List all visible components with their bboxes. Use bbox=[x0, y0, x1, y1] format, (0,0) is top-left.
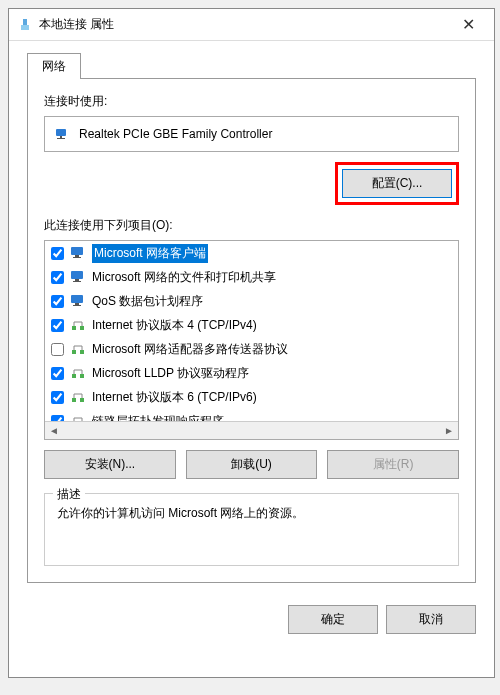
scroll-right-arrow[interactable]: ► bbox=[440, 422, 458, 440]
component-label: Microsoft 网络客户端 bbox=[92, 244, 208, 263]
svg-rect-11 bbox=[71, 295, 83, 303]
highlight-annotation: 配置(C)... bbox=[335, 162, 459, 205]
properties-dialog: 本地连接 属性 ✕ 网络 连接时使用: Realtek PCIe GBE Fam… bbox=[8, 8, 495, 678]
ok-button[interactable]: 确定 bbox=[288, 605, 378, 634]
protocol-icon bbox=[70, 365, 86, 381]
protocol-icon bbox=[70, 317, 86, 333]
svg-rect-0 bbox=[23, 19, 27, 25]
content-area: 网络 连接时使用: Realtek PCIe GBE Family Contro… bbox=[9, 41, 494, 595]
install-button[interactable]: 安装(N)... bbox=[44, 450, 176, 479]
window-title: 本地连接 属性 bbox=[39, 16, 450, 33]
connect-using-label: 连接时使用: bbox=[44, 93, 459, 110]
configure-button-wrap: 配置(C)... bbox=[44, 162, 459, 205]
uninstall-button[interactable]: 卸载(U) bbox=[186, 450, 318, 479]
client-icon bbox=[70, 269, 86, 285]
adapter-icon bbox=[55, 126, 71, 142]
component-checkbox[interactable] bbox=[51, 343, 64, 356]
component-checkbox[interactable] bbox=[51, 319, 64, 332]
description-legend: 描述 bbox=[53, 486, 85, 503]
svg-rect-2 bbox=[56, 129, 66, 136]
close-button[interactable]: ✕ bbox=[450, 10, 486, 40]
component-label: Microsoft 网络适配器多路传送器协议 bbox=[92, 341, 288, 358]
svg-rect-16 bbox=[72, 350, 76, 354]
network-adapter-icon bbox=[17, 17, 33, 33]
svg-rect-18 bbox=[72, 374, 76, 378]
client-icon bbox=[70, 293, 86, 309]
titlebar: 本地连接 属性 ✕ bbox=[9, 9, 494, 41]
component-buttons: 安装(N)... 卸载(U) 属性(R) bbox=[44, 450, 459, 479]
configure-button[interactable]: 配置(C)... bbox=[342, 169, 452, 198]
components-label: 此连接使用下列项目(O): bbox=[44, 217, 459, 234]
component-checkbox[interactable] bbox=[51, 247, 64, 260]
adapter-name: Realtek PCIe GBE Family Controller bbox=[79, 127, 272, 141]
properties-button[interactable]: 属性(R) bbox=[327, 450, 459, 479]
svg-rect-3 bbox=[60, 136, 62, 138]
svg-rect-13 bbox=[73, 305, 81, 306]
component-label: Internet 协议版本 6 (TCP/IPv6) bbox=[92, 389, 257, 406]
horizontal-scrollbar[interactable]: ◄ ► bbox=[45, 421, 458, 439]
svg-rect-21 bbox=[80, 398, 84, 402]
dialog-buttons: 确定 取消 bbox=[9, 595, 494, 648]
list-item[interactable]: Microsoft 网络客户端 bbox=[45, 241, 458, 265]
svg-rect-5 bbox=[71, 247, 83, 255]
svg-rect-6 bbox=[75, 255, 79, 257]
protocol-icon bbox=[70, 341, 86, 357]
svg-rect-4 bbox=[57, 138, 65, 139]
tab-network[interactable]: 网络 bbox=[27, 53, 81, 79]
tab-bar: 网络 bbox=[27, 53, 476, 79]
svg-rect-14 bbox=[72, 326, 76, 330]
list-item[interactable]: Microsoft 网络的文件和打印机共享 bbox=[45, 265, 458, 289]
cancel-button[interactable]: 取消 bbox=[386, 605, 476, 634]
svg-rect-8 bbox=[71, 271, 83, 279]
tab-panel: 连接时使用: Realtek PCIe GBE Family Controlle… bbox=[27, 78, 476, 583]
components-listbox[interactable]: Microsoft 网络客户端Microsoft 网络的文件和打印机共享QoS … bbox=[44, 240, 459, 440]
scroll-left-arrow[interactable]: ◄ bbox=[45, 422, 63, 440]
list-item[interactable]: QoS 数据包计划程序 bbox=[45, 289, 458, 313]
component-checkbox[interactable] bbox=[51, 295, 64, 308]
svg-rect-20 bbox=[72, 398, 76, 402]
protocol-icon bbox=[70, 389, 86, 405]
description-text: 允许你的计算机访问 Microsoft 网络上的资源。 bbox=[57, 504, 446, 523]
client-icon bbox=[70, 245, 86, 261]
component-checkbox[interactable] bbox=[51, 367, 64, 380]
component-label: Internet 协议版本 4 (TCP/IPv4) bbox=[92, 317, 257, 334]
svg-rect-9 bbox=[75, 279, 79, 281]
svg-rect-7 bbox=[73, 257, 81, 258]
svg-rect-12 bbox=[75, 303, 79, 305]
component-label: Microsoft LLDP 协议驱动程序 bbox=[92, 365, 249, 382]
description-fieldset: 描述 允许你的计算机访问 Microsoft 网络上的资源。 bbox=[44, 493, 459, 566]
list-item[interactable]: Microsoft LLDP 协议驱动程序 bbox=[45, 361, 458, 385]
component-checkbox[interactable] bbox=[51, 391, 64, 404]
component-label: Microsoft 网络的文件和打印机共享 bbox=[92, 269, 276, 286]
svg-rect-1 bbox=[21, 25, 29, 30]
list-item[interactable]: Microsoft 网络适配器多路传送器协议 bbox=[45, 337, 458, 361]
component-label: QoS 数据包计划程序 bbox=[92, 293, 203, 310]
adapter-field: Realtek PCIe GBE Family Controller bbox=[44, 116, 459, 152]
svg-rect-10 bbox=[73, 281, 81, 282]
list-item[interactable]: Internet 协议版本 6 (TCP/IPv6) bbox=[45, 385, 458, 409]
svg-rect-17 bbox=[80, 350, 84, 354]
list-item[interactable]: Internet 协议版本 4 (TCP/IPv4) bbox=[45, 313, 458, 337]
svg-rect-19 bbox=[80, 374, 84, 378]
component-checkbox[interactable] bbox=[51, 271, 64, 284]
svg-rect-15 bbox=[80, 326, 84, 330]
